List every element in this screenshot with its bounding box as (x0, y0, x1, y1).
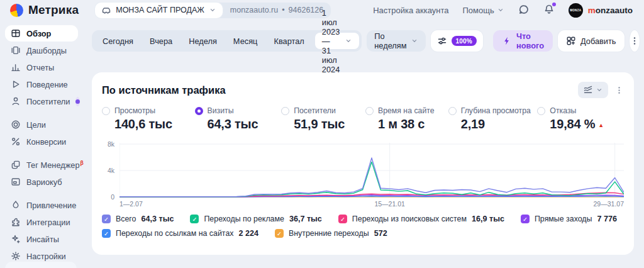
sidebar-item-visitors[interactable]: Посетители (5, 93, 78, 109)
sidebar-item-label: Настройки (26, 252, 66, 261)
add-widget-icon (566, 36, 576, 46)
legend-item-1[interactable]: ✓Переходы по рекламе36,7 тыс (190, 215, 321, 223)
legend-item-3[interactable]: ✓Прямые заходы7 776 (521, 215, 617, 223)
checkbox-checked-icon[interactable]: ✓ (190, 215, 199, 223)
metric-0[interactable]: Просмотры140,6 тыс (102, 106, 195, 131)
granularity-select[interactable]: По неделям (367, 30, 425, 52)
preset-неделя[interactable]: Неделя (180, 30, 225, 52)
sidebar-item-conversions[interactable]: Конверсии (5, 133, 78, 150)
metrika-brand[interactable]: Метрика (10, 3, 79, 17)
preset-сегодня[interactable]: Сегодня (94, 30, 142, 52)
y-tick-label: 0 (111, 193, 114, 201)
traffic-chart: 04k8k 1—2.0715—21.0129—31.07 (102, 142, 624, 208)
metric-label: Визиты (208, 106, 234, 115)
date-range-picker[interactable]: 1 июл 2023 — 31 июл 2024 (315, 33, 359, 49)
metric-value: 1 м 38 с (365, 117, 448, 131)
sidebar-item-tag-manager[interactable]: Тег Менеджерβ (5, 157, 78, 173)
trend-up-icon: ▲ (598, 122, 604, 128)
help-menu[interactable]: Помощь (463, 6, 504, 15)
bolt-icon (502, 36, 512, 46)
chart-y-axis: 04k8k (102, 142, 116, 197)
chart-legend: ✓Всего64,3 тыс✓Переходы по рекламе36,7 т… (102, 215, 624, 238)
sidebar-item-integrations[interactable]: Интеграции (5, 214, 78, 230)
reports-icon (11, 62, 21, 72)
new-items-badge (75, 97, 80, 106)
metric-5[interactable]: Отказы19,84 %▲ (537, 106, 624, 131)
goals-icon (11, 120, 21, 130)
metric-2[interactable]: Посетители51,9 тыс (281, 106, 365, 131)
sidebar-item-goals[interactable]: Цели (5, 116, 78, 133)
x-tick-label: 29—31.07 (594, 200, 624, 208)
sidebar-item-reports[interactable]: Отчеты (5, 59, 78, 75)
checkbox-checked-icon[interactable]: ✓ (521, 215, 530, 223)
chat-button[interactable] (518, 4, 530, 17)
checkbox-checked-icon[interactable]: ✓ (102, 229, 111, 238)
notifications-button[interactable] (543, 4, 555, 17)
metric-1[interactable]: Визиты64,3 тыс (195, 106, 282, 131)
chart-type-select[interactable] (578, 82, 608, 98)
account-settings-link[interactable]: Настройка аккаунта (373, 6, 448, 15)
dashboards-icon (11, 45, 21, 55)
user-menu[interactable]: MONZA monzaauto (569, 3, 633, 18)
chevron-down-icon (596, 86, 603, 94)
metric-value: 51,9 тыс (281, 117, 365, 131)
chart-x-axis: 1—2.0715—21.0129—31.07 (119, 200, 624, 209)
radio-selected-icon[interactable] (195, 107, 203, 115)
checkbox-checked-icon[interactable]: ✓ (275, 229, 284, 238)
preset-вчера[interactable]: Вчера (142, 30, 180, 52)
granularity-value: По неделям (374, 31, 406, 50)
x-tick-label: 15—21.01 (374, 200, 404, 208)
legend-item-2[interactable]: ✓Переходы из поисковых систем16,9 тыс (338, 215, 504, 223)
legend-value: 572 (374, 229, 387, 238)
metric-3[interactable]: Время на сайте1 м 38 с (365, 106, 448, 131)
metric-selector-row: Просмотры140,6 тысВизиты64,3 тысПосетите… (102, 106, 624, 131)
visitors-icon (11, 96, 21, 106)
sidebar-item-insights[interactable]: Инсайты (5, 231, 78, 247)
sidebar-item-label: Тег Менеджерβ (26, 160, 84, 170)
metric-4[interactable]: Глубина просмотра2,19 (448, 106, 538, 131)
radio-icon[interactable] (102, 107, 110, 115)
legend-item-4[interactable]: ✓Переходы по ссылкам на сайтах2 224 (102, 229, 258, 238)
sidebar-item-label: Вариокуб (26, 177, 62, 187)
counter-select-button[interactable]: МОНЗА САЙТ ПРОДАЖ (95, 3, 223, 18)
sidebar-item-variocube[interactable]: Вариокуб (5, 174, 78, 190)
badge-dot (75, 99, 80, 104)
preset-квартал[interactable]: Квартал (265, 30, 312, 52)
beta-badge: β (80, 160, 84, 166)
sampling-button[interactable]: 100% (431, 30, 483, 52)
sidebar-item-dashboards[interactable]: Дашборды (5, 42, 78, 59)
sidebar-item-label: Поведение (26, 80, 68, 89)
add-button[interactable]: Добавить (558, 30, 625, 52)
sidebar-group: ПривлечениеИнтеграцииИнсайтыНастройки (5, 197, 78, 264)
legend-label: Прямые заходы (535, 215, 592, 223)
whats-new-button[interactable]: Что нового (493, 30, 553, 52)
checkbox-checked-icon[interactable]: ✓ (338, 215, 347, 223)
legend-item-5[interactable]: ✓Внутренние переходы572 (275, 229, 387, 238)
preset-месяц[interactable]: Месяц (225, 30, 266, 52)
sidebar-item-behavior[interactable]: Поведение (5, 76, 78, 92)
insights-icon (11, 234, 21, 244)
sliders-icon (437, 36, 447, 46)
checkbox-checked-icon[interactable]: ✓ (102, 215, 111, 223)
sidebar-item-attraction[interactable]: Привлечение (5, 197, 78, 213)
toolbar-more-button[interactable] (630, 30, 640, 52)
legend-label: Переходы по ссылкам на сайтах (116, 229, 233, 238)
legend-row: ✓Переходы по ссылкам на сайтах2 224✓Внут… (102, 229, 624, 238)
metric-label: Время на сайте (378, 106, 435, 115)
chat-icon (518, 4, 530, 15)
sidebar-item-overview[interactable]: Обзор (5, 25, 78, 42)
metric-label: Глубина просмотра (461, 106, 531, 115)
radio-icon[interactable] (365, 107, 374, 115)
radio-icon[interactable] (537, 107, 545, 115)
card-more-button[interactable] (614, 86, 624, 95)
sidebar-group: Тег МенеджерβВариокуб (5, 157, 78, 190)
sidebar-ghost-item (5, 262, 77, 268)
sidebar-group: ОбзорДашбордыОтчетыПоведениеПосетители (5, 25, 78, 109)
legend-item-0[interactable]: ✓Всего64,3 тыс (102, 215, 174, 223)
radio-icon[interactable] (448, 107, 457, 115)
date-toolbar: СегодняВчераНеделяМесяцКвартал 1 июл 202… (92, 30, 634, 52)
legend-label: Переходы по рекламе (204, 215, 284, 223)
radio-icon[interactable] (281, 107, 289, 115)
legend-label: Всего (116, 215, 136, 223)
sidebar-item-label: Посетители (26, 97, 70, 106)
